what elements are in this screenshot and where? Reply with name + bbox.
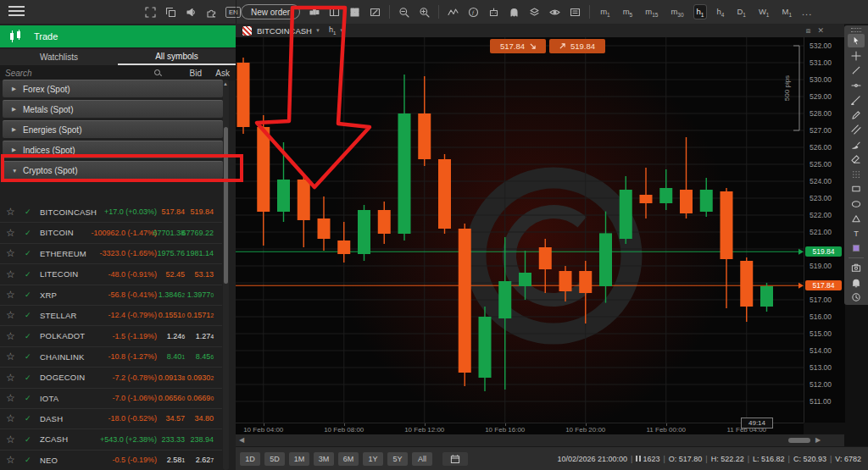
scroll-right-icon[interactable]: ▶ [815,436,821,444]
category-cryptos[interactable]: ▼ Cryptos (Spot) [3,161,223,179]
period-1d[interactable]: 1D [240,452,260,466]
tool-cursor[interactable] [848,34,865,47]
tool-eraser[interactable] [848,152,865,166]
symbol-row-litecoin[interactable]: ☆ ✓ LITECOIN -48.0 (-0.91%) 52.45 53.13 [0,264,222,285]
search-icon[interactable] [154,69,161,76]
quick-buy-button[interactable]: 519.84 [549,39,605,53]
tool-horizontal-line[interactable] [848,79,865,92]
more-button[interactable]: ... [802,7,812,17]
favorite-star-icon[interactable]: ☆ [6,434,19,445]
symbol-row-ethereum[interactable]: ☆ ✓ ETHEREUM -3323.0 (-1.65%) 1975.76 19… [0,243,222,264]
candlestick-plot[interactable]: 500 pips [236,37,804,423]
category-forex[interactable]: ▶ Forex (Spot) [3,80,223,97]
fullscreen-button[interactable] [144,6,157,19]
favorite-star-icon[interactable]: ☆ [6,372,19,384]
scroll-up-icon[interactable]: ▲ [223,81,228,86]
chart-type-button[interactable] [308,6,320,19]
menu-icon[interactable] [8,6,25,17]
price-axis[interactable]: 511.00512.00513.00514.00515.00516.00517.… [804,37,845,423]
timeframe-D1[interactable]: D1 [734,5,748,19]
symbol-row-neo[interactable]: ☆ ✓ NEO -0.5 (-0.19%) 2.581 2.627 [0,450,222,470]
chart-horizontal-scrollbar[interactable] [236,434,844,446]
symbol-row-bitcoincash[interactable]: ☆ ✓ BITCOINCASH +17.0 (+0.03%) 517.84 51… [0,202,222,223]
tool-trend-line[interactable] [848,64,865,77]
symbol-row-dash[interactable]: ☆ ✓ DASH -18.0 (-0.52%) 34.57 34.80 [0,408,222,429]
chevron-down-icon[interactable]: ▼ [315,28,320,33]
zoom-in-button[interactable] [418,6,431,19]
community-button[interactable] [508,6,520,19]
favorite-star-icon[interactable]: ☆ [6,309,19,321]
timeframe-h4[interactable]: h4 [714,5,726,19]
favorite-star-icon[interactable]: ☆ [6,454,19,466]
favorite-star-icon[interactable]: ☆ [6,268,19,280]
period-5d[interactable]: 5D [264,452,285,466]
favorite-star-icon[interactable]: ☆ [6,412,19,424]
language-button[interactable]: EN [225,7,241,18]
windows-button[interactable] [164,6,177,19]
timeframe-m30[interactable]: m30 [668,5,686,19]
tool-brush[interactable] [848,138,865,152]
layout-button[interactable] [328,6,341,19]
chart-settings-button[interactable] [369,6,381,19]
tool-pencil[interactable] [848,108,865,122]
timeframe-m1[interactable]: m1 [598,5,613,19]
zoom-out-button[interactable] [398,6,410,19]
tool-crosshair[interactable] [848,49,865,63]
period-1m[interactable]: 1M [289,452,309,466]
symbol-row-xrp[interactable]: ☆ ✓ XRP -56.8 (-0.41%) 1.38462 1.39770 [0,285,222,306]
speaker-button[interactable] [185,6,198,19]
puzzle-button[interactable] [205,6,218,19]
quick-sell-button[interactable]: 517.84 [490,39,546,53]
tool-alerts[interactable] [848,276,865,290]
panel-grip[interactable] [851,28,861,32]
symbol-row-polkadot[interactable]: ☆ ✓ POLKADOT -1.5 (-1.19%) 1.246 1.274 [0,326,222,347]
symbol-row-chainlink[interactable]: ☆ ✓ CHAINLINK -10.8 (-1.27%) 8.401 8.456 [0,346,222,368]
tool-color-swatch[interactable] [848,241,865,255]
tool-triangle[interactable] [848,212,865,225]
favorite-star-icon[interactable]: ☆ [6,227,19,239]
search-input[interactable]: Search [5,69,132,78]
grid-button[interactable] [348,6,361,19]
calendar-button[interactable] [442,452,468,466]
favorite-star-icon[interactable]: ☆ [6,206,19,218]
favorite-star-icon[interactable]: ☆ [6,392,19,404]
visibility-button[interactable] [548,6,561,19]
symbol-row-stellar[interactable]: ☆ ✓ STELLAR -12.4 (-0.79%) 0.15510 0.157… [0,305,222,326]
tool-ray[interactable] [848,93,865,107]
layers-button[interactable] [528,6,541,19]
symbol-row-bitcoin[interactable]: ☆ ✓ BITCOIN -100962.0 (-1.47%) 67701.38 … [0,223,222,244]
tab-all-symbols[interactable]: All symbols [118,49,236,65]
tool-grid-dots[interactable] [848,168,865,181]
timeframe-W1[interactable]: W1 [756,5,772,19]
period-6m[interactable]: 6M [338,452,359,466]
sidebar-scrollbar-thumb[interactable] [224,127,228,284]
period-5y[interactable]: 5Y [387,452,408,466]
indicators-button[interactable] [447,6,459,19]
period-all[interactable]: All [412,452,432,466]
timeframe-m5[interactable]: m5 [620,5,636,19]
tool-channel[interactable] [848,123,865,136]
tool-text[interactable]: T [848,227,865,241]
trade-panel-header[interactable]: Trade [0,25,236,47]
chart-symbol-label[interactable]: BITCOINCASH [257,26,312,36]
symbol-row-dogecoin[interactable]: ☆ ✓ DOGECOIN -7.2 (-0.78%) 0.09138 0.093… [0,368,222,389]
category-metals[interactable]: ▶ Metals (Spot) [3,100,223,118]
functions-button[interactable]: f [467,6,480,19]
timeframe-h1[interactable]: h1 [694,5,707,19]
chart-options-button[interactable] [569,6,581,19]
favorite-star-icon[interactable]: ☆ [6,247,19,259]
category-indices[interactable]: ▶ Indices (Spot) [3,141,223,158]
timeframe-M1[interactable]: M1 [779,5,794,19]
close-icon[interactable]: ✕ [817,26,824,36]
symbol-row-zcash[interactable]: ☆ ✓ ZCASH +543.0 (+2.38%) 233.33 238.94 [0,429,222,451]
timeframe-m15[interactable]: m15 [643,5,660,19]
scroll-left-icon[interactable]: ◀ [239,436,244,444]
tool-camera[interactable] [848,261,865,274]
hscroll-thumb[interactable] [788,438,810,443]
time-axis[interactable]: 10 Feb 04:0010 Feb 08:0010 Feb 12:0010 F… [236,423,804,435]
tool-rectangle[interactable] [848,182,865,196]
tab-watchlists[interactable]: Watchlists [0,49,118,65]
popout-icon[interactable]: ⧈ [806,26,811,36]
tool-ellipse[interactable] [848,197,865,211]
favorite-star-icon[interactable]: ☆ [6,289,19,301]
